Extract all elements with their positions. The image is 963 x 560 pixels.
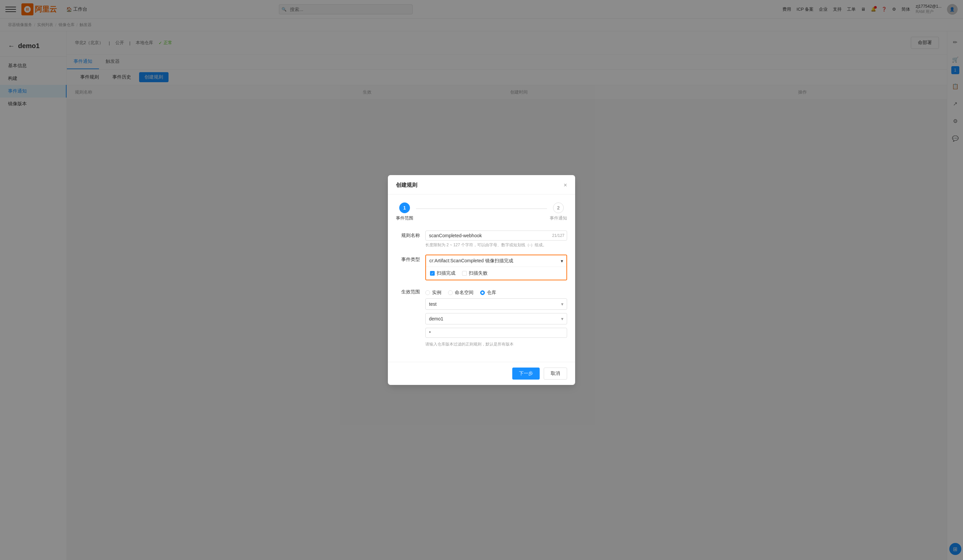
- event-type-value: cr:Artifact:ScanCompleted 镜像扫描完成: [430, 258, 513, 264]
- cancel-button[interactable]: 取消: [544, 367, 567, 380]
- radio-repo[interactable]: 仓库: [480, 290, 496, 296]
- version-filter-input[interactable]: [425, 328, 567, 338]
- next-button[interactable]: 下一步: [512, 367, 540, 380]
- dialog-close-button[interactable]: ×: [563, 182, 567, 189]
- rule-name-label: 规则名称: [396, 231, 420, 239]
- create-rule-dialog: 创建规则 × 1 事件范围 2 事件通知 规则名称: [388, 175, 575, 385]
- radio-instance[interactable]: 实例: [425, 290, 441, 296]
- radio-repo-label: 仓库: [487, 290, 496, 296]
- checkbox-scan-fail[interactable]: 扫描失败: [462, 270, 488, 276]
- event-type-control: cr:Artifact:ScanCompleted 镜像扫描完成 ▾ ✓ 扫描完…: [425, 255, 567, 280]
- scope-radio-group: 实例 命名空间 仓库: [425, 287, 567, 298]
- step-1-circle: 1: [399, 202, 410, 213]
- checkbox-scan-fail-box: [462, 271, 467, 276]
- event-type-checkboxes: ✓ 扫描完成 扫描失败: [426, 267, 566, 280]
- step-2-label: 事件通知: [550, 215, 567, 221]
- dialog-header: 创建规则 ×: [388, 175, 575, 194]
- event-type-box: cr:Artifact:ScanCompleted 镜像扫描完成 ▾ ✓ 扫描完…: [425, 255, 567, 280]
- checkbox-scan-complete-label: 扫描完成: [437, 270, 456, 276]
- form-scope: 生效范围 实例 命名空间 仓库: [396, 287, 567, 347]
- scope-dropdown-1-value: test: [429, 301, 437, 307]
- step-2: 2 事件通知: [550, 202, 567, 221]
- dialog-title: 创建规则: [396, 182, 417, 189]
- step-2-circle: 2: [553, 202, 564, 213]
- checkbox-scan-fail-label: 扫描失败: [469, 270, 488, 276]
- event-type-dropdown-icon: ▾: [561, 258, 563, 264]
- step-line: [416, 209, 547, 209]
- scope-dropdown-1[interactable]: test ▾: [425, 298, 567, 310]
- form-event-type: 事件类型 cr:Artifact:ScanCompleted 镜像扫描完成 ▾ …: [396, 255, 567, 280]
- scope-dropdown-2[interactable]: demo1 ▾: [425, 313, 567, 324]
- step-1: 1 事件范围: [396, 202, 413, 221]
- scope-label: 生效范围: [396, 287, 420, 295]
- steps-indicator: 1 事件范围 2 事件通知: [396, 202, 567, 221]
- dialog-footer: 下一步 取消: [388, 362, 575, 385]
- dialog-body: 1 事件范围 2 事件通知 规则名称 21/127 长度限制为: [388, 194, 575, 362]
- event-type-label: 事件类型: [396, 255, 420, 263]
- rule-name-input[interactable]: [425, 231, 567, 241]
- scope-dropdown-2-arrow: ▾: [561, 316, 563, 321]
- checkbox-check: ✓: [431, 272, 434, 275]
- radio-namespace-label: 命名空间: [455, 290, 473, 296]
- radio-instance-label: 实例: [432, 290, 441, 296]
- form-rule-name: 规则名称 21/127 长度限制为 2 ~ 127 个字符，可以由字母、数字或短…: [396, 231, 567, 248]
- radio-instance-circle: [425, 290, 430, 295]
- scope-hint: 请输入仓库版本过滤的正则规则，默认是所有版本: [425, 341, 567, 347]
- radio-repo-circle: [480, 290, 485, 295]
- char-count: 21/127: [552, 233, 564, 238]
- checkbox-scan-complete-box: ✓: [430, 271, 435, 276]
- rule-name-control: 21/127 长度限制为 2 ~ 127 个字符，可以由字母、数字或短划线（-）…: [425, 231, 567, 248]
- radio-namespace[interactable]: 命名空间: [448, 290, 473, 296]
- event-type-select[interactable]: cr:Artifact:ScanCompleted 镜像扫描完成 ▾: [426, 255, 566, 267]
- radio-namespace-circle: [448, 290, 453, 295]
- scope-control: 实例 命名空间 仓库 test ▾: [425, 287, 567, 347]
- scope-dropdown-1-arrow: ▾: [561, 301, 563, 307]
- scope-dropdown-2-value: demo1: [429, 316, 443, 321]
- modal-overlay: 创建规则 × 1 事件范围 2 事件通知 规则名称: [0, 0, 963, 560]
- step-1-label: 事件范围: [396, 215, 413, 221]
- rule-name-hint: 长度限制为 2 ~ 127 个字符，可以由字母、数字或短划线（-）组成。: [425, 242, 567, 248]
- checkbox-scan-complete[interactable]: ✓ 扫描完成: [430, 270, 456, 276]
